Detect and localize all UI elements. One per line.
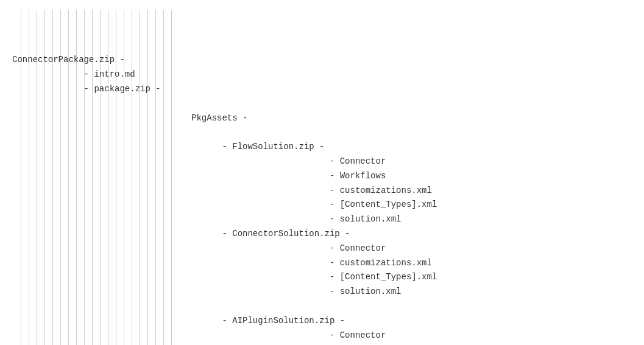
tree-line: - solution.xml	[12, 285, 632, 299]
tree-line: - ConnectorSolution.zip -	[12, 227, 632, 242]
tree-line: ConnectorPackage.zip -	[12, 53, 632, 68]
file-tree: ConnectorPackage.zip - - intro.md - pack…	[12, 10, 632, 345]
tree-line: - package.zip -	[12, 82, 632, 97]
tree-line: - Workflows	[12, 169, 632, 184]
tree-line: - [Content_Types].xml	[12, 198, 632, 212]
tree-line: - customizations.xml	[12, 184, 632, 198]
tree-line: - [Content_Types].xml	[12, 270, 632, 285]
tree-line: - AIPluginSolution.zip -	[12, 314, 632, 329]
tree-line: - Connector	[12, 155, 632, 169]
tree-line: - intro.md	[12, 68, 632, 82]
tree-line: - aipluginoperations	[12, 343, 632, 345]
tree-line: - customizations.xml	[12, 256, 632, 271]
tree-line	[12, 125, 632, 140]
tree-line: - FlowSolution.zip -	[12, 140, 632, 155]
tree-line: - Connector	[12, 329, 632, 343]
tree-line: - solution.xml	[12, 212, 632, 227]
tree-line: PkgAssets -	[12, 111, 632, 126]
tree-line	[12, 97, 632, 111]
tree-line: - Connector	[12, 242, 632, 256]
tree-line	[12, 299, 632, 314]
